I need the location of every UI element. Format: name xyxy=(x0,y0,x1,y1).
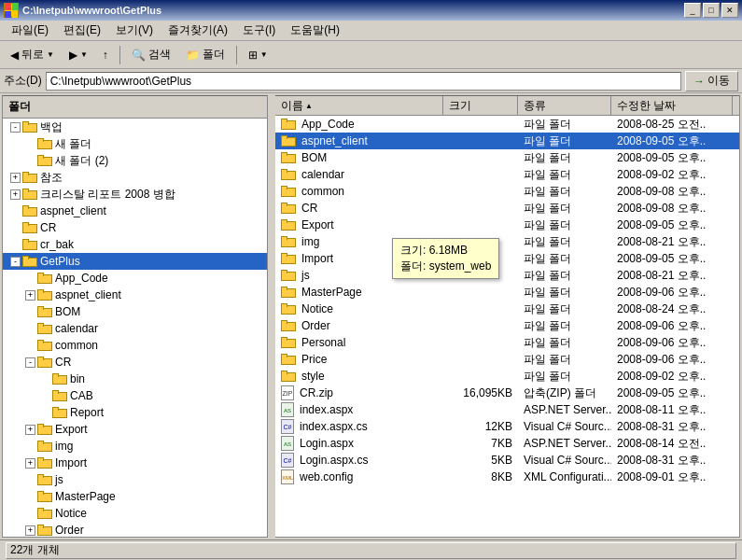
tree-toggle[interactable]: + xyxy=(25,425,35,435)
tree-toggle[interactable]: + xyxy=(25,525,35,536)
up-icon: ↑ xyxy=(103,49,108,62)
file-row[interactable]: BOM 파일 폴더 2008-09-05 오후.. xyxy=(275,149,739,166)
file-row[interactable]: ASindex.aspx ASP.NET Server... 2008-08-1… xyxy=(275,401,739,418)
tree-item[interactable]: js xyxy=(3,471,267,488)
address-input[interactable] xyxy=(46,72,681,91)
tree-item[interactable]: CAB xyxy=(3,387,267,404)
file-row[interactable]: Notice 파일 폴더 2008-08-24 오후.. xyxy=(275,301,739,317)
tree-item[interactable]: CR xyxy=(3,219,267,236)
tree-item[interactable]: cr_bak xyxy=(3,236,267,253)
tree-item[interactable]: common xyxy=(3,337,267,354)
file-row[interactable]: ZIPCR.zip 16,095KB 압축(ZIP) 폴더 2008-09-05… xyxy=(275,385,739,401)
go-button[interactable]: → 이동 xyxy=(685,71,738,91)
tree-item[interactable]: + Export xyxy=(3,421,267,438)
back-button[interactable]: ◀ 뒤로 ▼ xyxy=(4,44,61,66)
file-cell-type: ASP.NET Server... xyxy=(518,435,611,452)
splitter[interactable] xyxy=(270,95,273,538)
file-row[interactable]: Export 파일 폴더 2008-09-05 오후.. xyxy=(275,217,739,233)
tree-item[interactable]: + 참조 xyxy=(3,169,267,186)
tree-item[interactable]: Notice xyxy=(3,505,267,522)
file-row[interactable]: js 파일 폴더 2008-08-21 오후.. xyxy=(275,267,739,284)
tree-item[interactable]: - 백업 xyxy=(3,119,267,135)
tree-item[interactable]: 새 폴더 (2) xyxy=(3,152,267,169)
tree-item[interactable]: + 크리스탈 리포트 2008 병합 xyxy=(3,186,267,203)
file-cell-size xyxy=(443,250,518,267)
file-cell-date: 2008-09-05 오후.. xyxy=(611,217,733,233)
view-button[interactable]: ⊞ ▼ xyxy=(242,44,274,66)
file-row[interactable]: Price 파일 폴더 2008-09-06 오후.. xyxy=(275,351,739,368)
file-cell-name: ASindex.aspx xyxy=(275,401,443,418)
col-header-name[interactable]: 이름 ▲ xyxy=(275,96,443,115)
tree-toggle[interactable]: - xyxy=(10,122,21,133)
col-header-size[interactable]: 크기 xyxy=(443,96,518,115)
menu-tools[interactable]: 도구(I) xyxy=(235,21,283,40)
file-row[interactable]: Order 파일 폴더 2008-09-06 오후.. xyxy=(275,317,739,334)
tree-toggle[interactable]: - xyxy=(25,357,35,368)
file-cell-size xyxy=(443,368,518,385)
tree-item[interactable]: - CR xyxy=(3,354,267,371)
folders-button[interactable]: 📁 폴더 xyxy=(179,44,231,66)
tree-label: BOM xyxy=(55,305,80,318)
tree-item[interactable]: Report xyxy=(3,404,267,421)
file-cell-name: style xyxy=(275,368,443,385)
tree-toggle xyxy=(10,240,21,250)
file-row[interactable]: C#index.aspx.cs 12KB Visual C# Sourc... … xyxy=(275,418,739,435)
tree-item[interactable]: - GetPlus xyxy=(3,253,267,270)
search-button[interactable]: 🔍 검색 xyxy=(125,44,177,66)
file-row[interactable]: XMLweb.config 8KB XML Configurati... 200… xyxy=(275,469,739,485)
menu-view[interactable]: 보기(V) xyxy=(108,21,161,40)
file-row[interactable]: style 파일 폴더 2008-09-02 오후.. xyxy=(275,368,739,385)
menu-file[interactable]: 파일(E) xyxy=(4,21,56,40)
file-row[interactable]: Import 파일 폴더 2008-09-05 오후.. xyxy=(275,250,739,267)
file-cell-type: 파일 폴더 xyxy=(518,368,611,385)
status-bar: 22개 개체 xyxy=(0,539,742,560)
tree-toggle xyxy=(25,324,35,334)
file-cell-name: ASLogin.aspx xyxy=(275,435,443,452)
file-row[interactable]: common 파일 폴더 2008-09-08 오후.. xyxy=(275,183,739,200)
tree-label: cr_bak xyxy=(40,238,74,251)
tree-item[interactable]: MasterPage xyxy=(3,488,267,505)
tree-item[interactable]: img xyxy=(3,438,267,455)
tree-item[interactable]: App_Code xyxy=(3,270,267,287)
tree-item[interactable]: + Order xyxy=(3,522,267,538)
tree-item[interactable]: calendar xyxy=(3,320,267,337)
status-text: 22개 개체 xyxy=(6,542,736,559)
menu-favorites[interactable]: 즐겨찾기(A) xyxy=(161,21,235,40)
title-bar: C:\Inetpub\wwwroot\GetPlus _ □ ✕ xyxy=(0,0,742,21)
tree-item[interactable]: 새 폴더 xyxy=(3,135,267,152)
col-header-date[interactable]: 수정한 날짜 xyxy=(611,96,733,115)
file-row[interactable]: img 파일 폴더 2008-08-21 오후.. xyxy=(275,233,739,250)
menu-help[interactable]: 도움말(H) xyxy=(283,21,347,40)
tree-toggle[interactable]: + xyxy=(10,189,21,200)
tree-toggle[interactable]: - xyxy=(10,257,21,267)
file-cell-date: 2008-08-21 오후.. xyxy=(611,233,733,250)
file-row[interactable]: ASLogin.aspx 7KB ASP.NET Server... 2008-… xyxy=(275,435,739,452)
tree-item[interactable]: BOM xyxy=(3,303,267,320)
file-cell-name: Personal xyxy=(275,334,443,351)
minimize-button[interactable]: _ xyxy=(684,3,701,18)
tree-label: bin xyxy=(70,372,85,385)
file-row[interactable]: aspnet_client 파일 폴더 2008-09-05 오후.. xyxy=(275,133,739,149)
tree-toggle[interactable]: + xyxy=(25,458,35,469)
file-row[interactable]: App_Code 파일 폴더 2008-08-25 오전.. xyxy=(275,116,739,133)
col-header-type[interactable]: 종류 xyxy=(518,96,611,115)
tree-label: 참조 xyxy=(40,170,63,186)
up-button[interactable]: ↑ xyxy=(96,44,115,66)
file-row[interactable]: Personal 파일 폴더 2008-09-06 오후.. xyxy=(275,334,739,351)
file-row[interactable]: CR 파일 폴더 2008-09-08 오후.. xyxy=(275,200,739,217)
file-row[interactable]: MasterPage 파일 폴더 2008-09-06 오후.. xyxy=(275,284,739,301)
tree-item[interactable]: + Import xyxy=(3,455,267,471)
col-name-label: 이름 xyxy=(281,98,303,114)
file-row[interactable]: calendar 파일 폴더 2008-09-02 오후.. xyxy=(275,166,739,183)
tree-toggle xyxy=(25,475,35,485)
close-button[interactable]: ✕ xyxy=(721,3,738,18)
menu-edit[interactable]: 편집(E) xyxy=(56,21,108,40)
file-row[interactable]: C#Login.aspx.cs 5KB Visual C# Sourc... 2… xyxy=(275,452,739,469)
tree-toggle[interactable]: + xyxy=(25,290,35,301)
tree-toggle[interactable]: + xyxy=(10,173,21,183)
maximize-button[interactable]: □ xyxy=(703,3,720,18)
tree-item[interactable]: aspnet_client xyxy=(3,203,267,219)
forward-button[interactable]: ▶ ▼ xyxy=(63,44,94,66)
tree-item[interactable]: bin xyxy=(3,371,267,387)
tree-item[interactable]: + aspnet_client xyxy=(3,287,267,303)
